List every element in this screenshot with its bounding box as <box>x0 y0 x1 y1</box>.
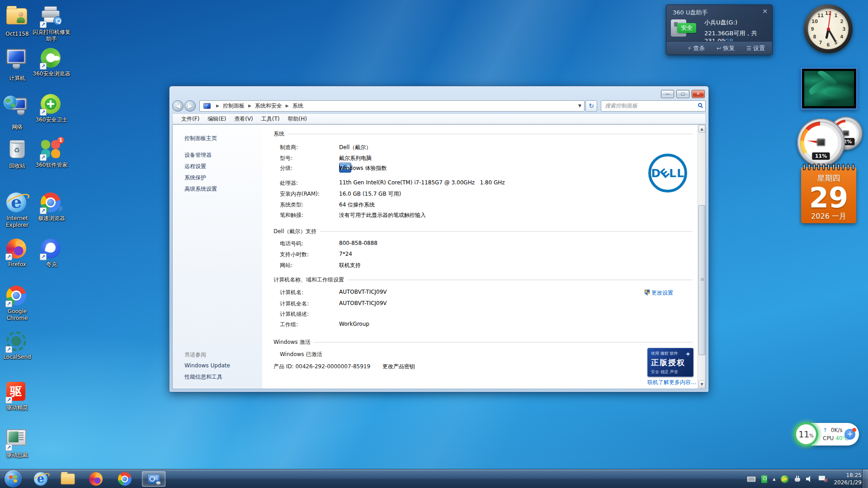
usb-restore-button[interactable]: ↩恢复 <box>717 44 735 52</box>
scroll-up-arrow[interactable]: ▲ <box>698 125 705 133</box>
taskbar-clock[interactable]: 18:25 2026/1/29 <box>834 472 862 486</box>
360-speed-ball-widget[interactable]: 11% ↑ 0K/s CPU 40℃ + <box>795 423 859 446</box>
calendar-gadget[interactable]: 星期四 29 2026 一月 <box>801 167 856 223</box>
breadcrumb-system[interactable]: 系统 <box>292 102 303 110</box>
menu-file[interactable]: 文件(F) <box>177 114 203 124</box>
usb-safe-badge: 安全 <box>677 23 696 33</box>
desktop-icon-360-safe[interactable]: ↗ 360安全卫士 <box>31 94 72 123</box>
sidebar-item-advanced-settings[interactable]: 高级系统设置 <box>184 185 217 193</box>
notification-badge: 1 <box>57 137 64 144</box>
settings-list-icon: ☰ <box>746 45 751 52</box>
computer-icon <box>6 49 28 70</box>
desktop-icon-localsend[interactable]: ↗ LocalSend <box>0 331 38 361</box>
menu-edit[interactable]: 编辑(E) <box>203 114 230 124</box>
sidebar-item-control-panel-home[interactable]: 控制面板主页 <box>184 135 217 142</box>
desktop-icon-printer-repair[interactable]: ↗ 闪克打印机修复助手 <box>31 5 72 42</box>
desktop-icon-jisu-browser[interactable]: ⚡↗ 极速浏览器 <box>31 192 72 222</box>
breadcrumb[interactable]: ▶ 控制面板 ▶ 系统和安全 ▶ 系统 ▼ <box>199 100 585 112</box>
shortcut-arrow-icon: ↗ <box>5 300 12 307</box>
refresh-button[interactable]: ↻ <box>585 100 597 112</box>
change-product-key-link[interactable]: 更改产品密钥 <box>382 363 415 371</box>
usb-tray-icon[interactable] <box>761 475 767 483</box>
breadcrumb-system-security[interactable]: 系统和安全 <box>255 102 282 110</box>
taskbar-explorer[interactable] <box>56 471 80 487</box>
keyboard-tray-icon[interactable] <box>747 476 756 482</box>
model-value: 戴尔系列电脑 <box>339 155 372 162</box>
sidebar-item-device-manager[interactable]: 设备管理器 <box>184 151 212 159</box>
show-hidden-icons[interactable]: ▲ <box>773 477 775 481</box>
online-support-link[interactable]: 联机支持 <box>339 262 361 269</box>
desktop-icon-360-browser[interactable]: ↗ 360安全浏览器 <box>31 48 72 77</box>
power-tray-icon[interactable] <box>794 476 801 483</box>
usb-popup-footer: ⚡查杀 ↩恢复 ☰设置 <box>666 41 772 55</box>
sidebar-item-system-protection[interactable]: 系统保护 <box>184 174 206 182</box>
pen-touch-value: 没有可用于此显示器的笔或触控输入 <box>339 211 426 219</box>
photo-leaves <box>804 71 854 106</box>
processor-label: 处理器: <box>280 179 298 187</box>
scrollbar-thumb[interactable] <box>698 205 705 355</box>
scroll-down-arrow[interactable]: ▼ <box>698 380 705 388</box>
desktop-icon-quark[interactable]: ↗ 夸克 <box>31 239 72 268</box>
breadcrumb-control-panel[interactable]: 控制面板 <box>223 102 245 110</box>
minimize-button[interactable]: — <box>661 90 674 98</box>
desktop-icon-qudongzongcai[interactable]: ↗ 驱动总裁 <box>0 427 38 459</box>
processor-value: 11th Gen Intel(R) Core(TM) i7-1185G7 @ 3… <box>339 179 505 186</box>
window-titlebar[interactable]: — ▢ ✕ <box>170 86 708 99</box>
360-tray-icon[interactable] <box>781 475 788 483</box>
wei-index-link[interactable]: Windows 体验指数 <box>339 164 387 172</box>
vertical-scrollbar[interactable]: ▲ ▼ <box>698 125 705 389</box>
close-button[interactable]: ✕ <box>692 90 705 98</box>
close-icon[interactable]: ✕ <box>762 8 768 15</box>
calendar-body: 星期四 29 2026 一月 <box>801 167 856 223</box>
360-browser-icon: ↗ <box>41 48 62 69</box>
restore-arrow-icon: ↩ <box>717 45 721 52</box>
clock-center-cap <box>827 28 830 31</box>
chevron-down-icon[interactable]: ▼ <box>578 103 581 108</box>
maximize-button[interactable]: ▢ <box>676 90 689 98</box>
search-input[interactable]: 搜索控制面板 <box>601 100 706 112</box>
hours-value: 7*24 <box>339 251 352 257</box>
show-desktop-button[interactable] <box>862 469 868 488</box>
learn-more-online-link[interactable]: 联机了解更多内容... <box>647 379 696 386</box>
ram-label: 安装内存(RAM): <box>280 190 320 198</box>
taskbar-chrome[interactable] <box>113 471 137 487</box>
sidebar-item-windows-update[interactable]: Windows Update <box>184 362 230 369</box>
model-label: 型号: <box>280 155 292 162</box>
taskbar-control-panel-active[interactable] <box>142 471 165 487</box>
net-speed: 0K/s <box>831 427 843 433</box>
usb-scan-button[interactable]: ⚡查杀 <box>688 44 705 52</box>
desktop-icon-chrome[interactable]: ↗ Google Chrome <box>0 286 38 322</box>
ram-value: 16.0 GB (15.7 GB 可用) <box>339 190 401 198</box>
breadcrumb-separator-icon: ▶ <box>212 103 223 108</box>
desktop-wallpaper: Oct1158 计算机 网络 回收站 Internet Explorer ↗ F… <box>0 0 868 488</box>
forward-button[interactable]: ▶ <box>184 100 196 112</box>
clock-gadget[interactable]: 12 1 2 3 4 5 6 7 8 9 10 11 <box>804 5 853 53</box>
calendar-day: 29 <box>801 183 856 212</box>
menu-tools[interactable]: 工具(T) <box>257 114 284 124</box>
desktop-icon-360-manager[interactable]: 1↗ 360软件管家 <box>31 139 72 169</box>
folder-user-icon <box>6 8 28 29</box>
driver-genius-icon: 驱↗ <box>6 382 28 403</box>
product-id: 产品 ID: 00426-292-0000007-85919 <box>274 363 370 371</box>
cpu-gauge-gadget[interactable]: 11% <box>797 118 845 166</box>
system-info-panel: 系统 制造商:Dell（戴尔） 型号:戴尔系列电脑 分级: 1.0 Window… <box>262 125 697 389</box>
back-button[interactable]: ◀ <box>172 100 184 112</box>
sidebar-see-also-header: 另请参阅 <box>184 351 206 359</box>
network-disconnected-tray-icon[interactable]: ✕ <box>819 476 826 483</box>
address-bar: ◀ ▶ ▶ 控制面板 ▶ 系统和安全 ▶ 系统 ▼ ↻ 搜索控制面板 <box>172 99 706 113</box>
desktop-icon-qudongjingling[interactable]: 驱↗ 驱动精灵 <box>0 381 38 411</box>
photo-slideshow-gadget[interactable] <box>801 68 857 109</box>
sidebar-item-performance-tools[interactable]: 性能信息和工具 <box>184 373 222 381</box>
menu-help[interactable]: 帮助(H) <box>284 114 311 124</box>
taskbar-firefox[interactable] <box>84 471 108 487</box>
usb-drive-name: 小兵U盘(G:) <box>704 19 737 27</box>
start-button[interactable] <box>5 470 22 488</box>
sidebar-item-remote-settings[interactable]: 远程设置 <box>184 163 206 170</box>
activation-status: Windows 已激活 <box>280 351 322 358</box>
shortcut-arrow-icon: ↗ <box>40 63 47 70</box>
menu-view[interactable]: 查看(V) <box>230 114 257 124</box>
volume-tray-icon[interactable] <box>806 476 813 482</box>
taskbar-internet-explorer[interactable] <box>29 471 52 487</box>
usb-settings-button[interactable]: ☰设置 <box>746 44 765 52</box>
recycle-bin-icon <box>6 140 28 161</box>
